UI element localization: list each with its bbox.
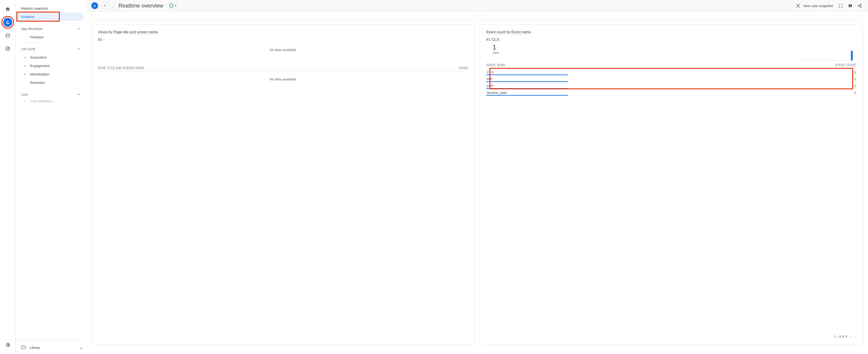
- section-app-developer[interactable]: App developer: [16, 24, 86, 33]
- page-title: Realtime overview: [118, 2, 163, 9]
- views-table-header: PAGE TITLE AND SCREEN NAME VIEWS: [98, 66, 468, 71]
- chevron-up-icon: [77, 93, 81, 96]
- table-row[interactable]: LCP1: [486, 82, 856, 89]
- fullscreen-icon[interactable]: [837, 2, 844, 9]
- views-card: Views by Page title and screen name #1 -…: [91, 24, 475, 345]
- views-no-data-body: No data available: [98, 71, 468, 87]
- nav-library[interactable]: Library: [16, 341, 86, 354]
- event-name: LCP: [487, 84, 493, 88]
- nav-retention[interactable]: Retention: [16, 78, 86, 87]
- left-rail: [0, 0, 16, 354]
- svg-point-8: [858, 5, 859, 6]
- chevron-up-icon: [77, 47, 81, 51]
- svg-point-7: [861, 4, 861, 5]
- events-pct: 25%: [486, 51, 856, 55]
- svg-rect-4: [848, 4, 850, 7]
- add-comparison-button[interactable]: +: [101, 2, 108, 9]
- nav-firebase[interactable]: Firebase: [16, 33, 86, 41]
- compare-icon[interactable]: [847, 2, 854, 9]
- views-no-data-top: No data available: [98, 44, 468, 54]
- nav-realtime[interactable]: Realtime: [16, 12, 84, 21]
- segment-chip-all-users[interactable]: A: [91, 2, 98, 9]
- card-stub: [91, 14, 475, 20]
- sidebar: Reports snapshot Realtime App developer …: [16, 0, 86, 354]
- section-life-cycle[interactable]: Life cycle: [16, 44, 86, 53]
- section-label: User: [21, 93, 28, 96]
- chevron-up-icon: [77, 27, 81, 31]
- nav-reports-snapshot[interactable]: Reports snapshot: [16, 4, 86, 12]
- share-icon[interactable]: [857, 2, 863, 9]
- folder-icon: [21, 345, 26, 350]
- chevron-down-icon: ▾: [175, 4, 176, 7]
- nav-user-attributes[interactable]: ▸User attributes: [16, 99, 86, 103]
- nav-acquisition[interactable]: ▸Acquisition: [16, 53, 86, 62]
- nav-monetization[interactable]: ▸Monetization: [16, 70, 86, 78]
- events-rank: #1 CLS: [486, 37, 856, 42]
- content: Views by Page title and screen name #1 -…: [86, 12, 868, 354]
- svg-point-9: [861, 7, 861, 7]
- section-label: App developer: [21, 27, 43, 31]
- event-name: CLS: [487, 70, 493, 74]
- section-label: Life cycle: [21, 47, 35, 51]
- event-count: 1: [854, 70, 856, 74]
- event-name: INP: [487, 77, 492, 81]
- nav-engagement[interactable]: ▸Engagement: [16, 62, 86, 70]
- reports-icon[interactable]: [3, 18, 12, 27]
- events-big-value: 1: [486, 44, 856, 51]
- events-card-title[interactable]: Event count by Event name: [486, 30, 856, 34]
- check-circle-icon: ✓: [169, 4, 174, 8]
- events-table-header: EVENT NAME EVENT COUNT: [486, 63, 856, 68]
- event-count: 1: [854, 84, 856, 88]
- section-user[interactable]: User: [16, 90, 86, 99]
- events-pager: 1 – 4 of 4 ‹ ›: [486, 330, 856, 339]
- collapse-sidebar-icon[interactable]: ‹: [80, 345, 82, 351]
- admin-gear-icon[interactable]: [3, 340, 12, 349]
- table-row[interactable]: session_start1: [486, 89, 856, 96]
- event-count: 1: [854, 91, 856, 95]
- svg-point-3: [798, 5, 799, 6]
- dash-mark: -: [98, 54, 468, 62]
- card-stub: [479, 14, 863, 20]
- events-card: Event count by Event name #1 CLS 1 25% E…: [479, 24, 863, 345]
- table-row[interactable]: INP1: [486, 75, 856, 82]
- next-page-icon: ›: [855, 334, 856, 339]
- svg-rect-5: [851, 4, 852, 7]
- main: A + Realtime overview ✓ ▾ View user snap…: [86, 0, 868, 354]
- table-row[interactable]: CLS1: [486, 68, 856, 75]
- event-count: 1: [854, 77, 856, 81]
- home-icon[interactable]: [3, 5, 12, 14]
- data-quality-status[interactable]: ✓ ▾: [168, 3, 179, 9]
- svg-point-1: [6, 47, 10, 51]
- advertising-icon[interactable]: [3, 44, 12, 53]
- sparkline: [801, 49, 854, 61]
- views-rank: #1 -: [98, 37, 468, 42]
- topbar: A + Realtime overview ✓ ▾ View user snap…: [86, 0, 868, 12]
- event-name: session_start: [487, 91, 507, 95]
- explore-icon[interactable]: [3, 31, 12, 40]
- view-user-snapshot-button[interactable]: View user snapshot: [794, 3, 834, 8]
- prev-page-icon: ‹: [850, 334, 852, 339]
- user-snapshot-icon: [796, 3, 801, 8]
- views-card-title[interactable]: Views by Page title and screen name: [98, 30, 468, 34]
